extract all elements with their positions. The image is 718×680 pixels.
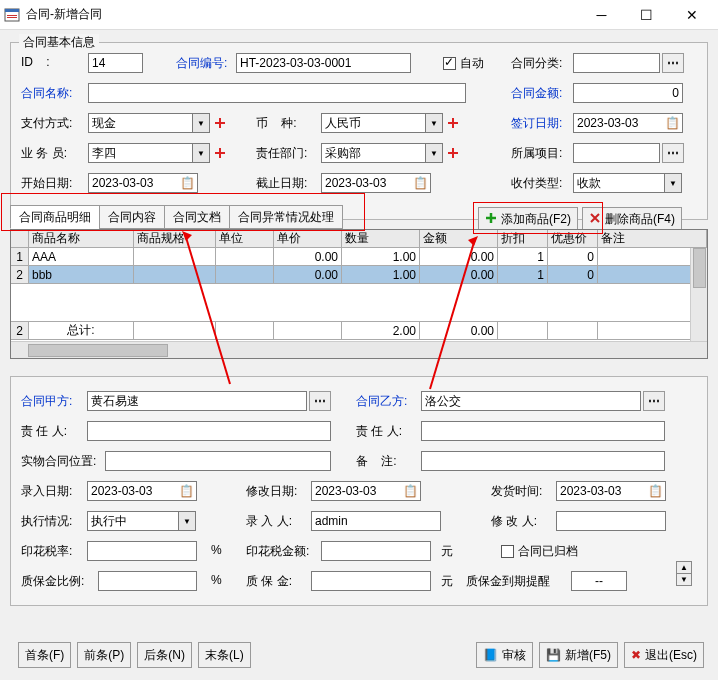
dept-dropdown[interactable]: ▼ [425, 143, 443, 163]
svg-rect-3 [7, 17, 17, 18]
field-tax-amount[interactable] [321, 541, 431, 561]
th-unit[interactable]: 单位 [216, 230, 274, 248]
party-a-picker[interactable]: ⋯ [309, 391, 331, 411]
tab-content[interactable]: 合同内容 [99, 205, 165, 229]
scrollbar-v[interactable] [690, 248, 707, 341]
field-receipt-type[interactable] [573, 173, 665, 193]
field-sign-date[interactable] [573, 113, 683, 133]
field-start-date[interactable] [88, 173, 198, 193]
add-product-button[interactable]: 添加商品(F2) [478, 207, 578, 231]
field-exec-status[interactable] [87, 511, 179, 531]
field-deposit-remind[interactable] [571, 571, 627, 591]
field-project[interactable] [573, 143, 660, 163]
field-deposit-amount[interactable] [311, 571, 431, 591]
field-pay-method[interactable] [88, 113, 193, 133]
table-row[interactable]: 2 bbb 0.00 1.00 0.00 1 0 [11, 266, 707, 284]
pay-method-add-icon[interactable] [212, 115, 228, 131]
checkbox-archived[interactable]: 合同已归档 [501, 543, 578, 560]
field-physical[interactable] [105, 451, 331, 471]
last-button[interactable]: 末条(L) [198, 642, 251, 668]
tab-product-detail[interactable]: 合同商品明细 [10, 205, 100, 229]
field-contract-no[interactable] [236, 53, 411, 73]
field-remark[interactable] [421, 451, 665, 471]
field-category[interactable] [573, 53, 660, 73]
field-person-b[interactable] [421, 421, 665, 441]
field-modify-date[interactable] [311, 481, 421, 501]
salesman-dropdown[interactable]: ▼ [192, 143, 210, 163]
app-icon [4, 7, 20, 23]
scrollbar-h[interactable] [11, 341, 707, 358]
plus-icon [485, 212, 497, 227]
chevron-down-icon[interactable]: ▼ [676, 573, 692, 586]
th-name[interactable]: 商品名称 [29, 230, 134, 248]
table-total-row: 2 总计: 2.00 0.00 [11, 321, 707, 340]
currency-dropdown[interactable]: ▼ [425, 113, 443, 133]
first-button[interactable]: 首条(F) [18, 642, 71, 668]
field-modify-by[interactable] [556, 511, 666, 531]
field-dept[interactable] [321, 143, 426, 163]
label-sign-date: 签订日期: [511, 115, 562, 132]
del-product-button[interactable]: 删除商品(F4) [582, 207, 682, 231]
dept-add-icon[interactable] [445, 145, 461, 161]
field-party-b[interactable] [421, 391, 641, 411]
maximize-button[interactable]: ☐ [624, 1, 669, 29]
party-b-picker[interactable]: ⋯ [643, 391, 665, 411]
minimize-button[interactable]: ─ [579, 1, 624, 29]
field-ship-date[interactable] [556, 481, 666, 501]
field-currency[interactable] [321, 113, 426, 133]
label-tax-amount: 印花税金额: [246, 543, 309, 560]
salesman-add-icon[interactable] [212, 145, 228, 161]
check-icon [443, 57, 456, 70]
field-person-a[interactable] [87, 421, 331, 441]
panel-basic-title: 合同基本信息 [19, 34, 99, 51]
th-rownum [11, 230, 29, 248]
check-icon [501, 545, 514, 558]
label-exec-status: 执行情况: [21, 513, 72, 530]
field-salesman[interactable] [88, 143, 193, 163]
th-spec[interactable]: 商品规格 [134, 230, 216, 248]
th-promo[interactable]: 优惠价 [548, 230, 598, 248]
label-physical: 实物合同位置: [21, 453, 96, 470]
close-button[interactable]: ✕ [669, 1, 714, 29]
receipt-type-dropdown[interactable]: ▼ [664, 173, 682, 193]
th-note[interactable]: 备注 [598, 230, 707, 248]
tab-exception[interactable]: 合同异常情况处理 [229, 205, 343, 229]
pay-method-dropdown[interactable]: ▼ [192, 113, 210, 133]
exit-button[interactable]: ✖退出(Esc) [624, 642, 704, 668]
table-row[interactable]: 1 AAA 0.00 1.00 0.00 1 0 [11, 248, 707, 266]
label-name: 合同名称: [21, 85, 72, 102]
field-deposit-rate[interactable] [98, 571, 197, 591]
currency-add-icon[interactable] [445, 115, 461, 131]
project-picker-button[interactable]: ⋯ [662, 143, 684, 163]
field-end-date[interactable] [321, 173, 431, 193]
exec-status-dropdown[interactable]: ▼ [178, 511, 196, 531]
field-tax-rate[interactable] [87, 541, 197, 561]
checkbox-auto[interactable]: 自动 [443, 55, 484, 72]
field-amount[interactable] [573, 83, 683, 103]
tab-docs[interactable]: 合同文档 [164, 205, 230, 229]
panel-parties: 合同甲方: ⋯ 合同乙方: ⋯ 责 任 人: 责 任 人: 实物合同位置: 备 … [10, 376, 708, 606]
label-id: ID : [21, 55, 50, 69]
exit-icon: ✖ [631, 648, 641, 662]
check-doc-icon: 📘 [483, 648, 498, 662]
th-qty[interactable]: 数量 [342, 230, 420, 248]
label-deposit-rate: 质保金比例: [21, 573, 84, 590]
field-id[interactable] [88, 53, 143, 73]
field-party-a[interactable] [87, 391, 307, 411]
field-name[interactable] [88, 83, 466, 103]
next-button[interactable]: 后条(N) [137, 642, 192, 668]
category-picker-button[interactable]: ⋯ [662, 53, 684, 73]
field-entry-by[interactable] [311, 511, 441, 531]
th-price[interactable]: 单价 [274, 230, 342, 248]
deposit-spinner[interactable]: ▲ ▼ [676, 561, 692, 586]
prev-button[interactable]: 前条(P) [77, 642, 131, 668]
th-amt[interactable]: 金额 [420, 230, 498, 248]
new-button[interactable]: 💾新增(F5) [539, 642, 618, 668]
tab-bar: 合同商品明细 合同内容 合同文档 合同异常情况处理 [10, 205, 342, 229]
th-disc[interactable]: 折扣 [498, 230, 548, 248]
label-person-a: 责 任 人: [21, 423, 67, 440]
audit-button[interactable]: 📘审核 [476, 642, 533, 668]
field-entry-date[interactable] [87, 481, 197, 501]
window-title: 合同-新增合同 [26, 6, 579, 23]
label-tax-rate: 印花税率: [21, 543, 72, 560]
